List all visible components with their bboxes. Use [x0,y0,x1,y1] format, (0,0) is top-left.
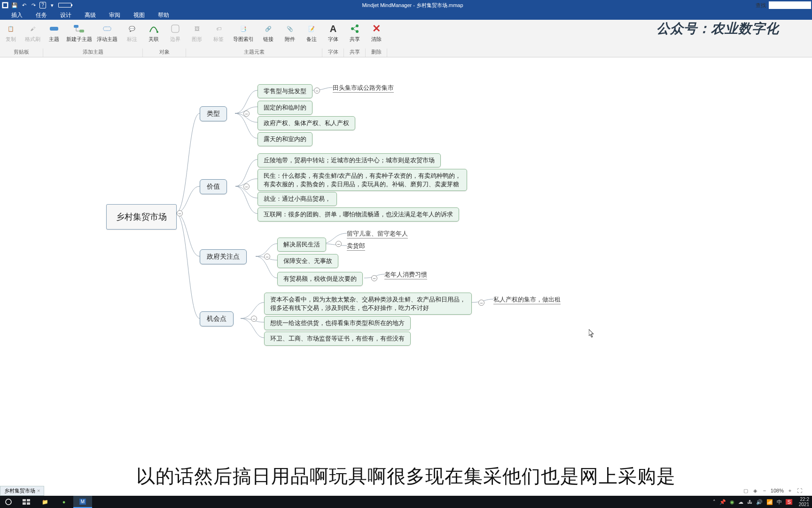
svg-point-6 [156,31,158,33]
qat-dropdown-icon[interactable]: ▾ [49,2,55,8]
share-button[interactable]: 共享 [344,22,366,43]
menu-task[interactable]: 任务 [29,10,54,20]
start-button[interactable] [0,496,17,508]
navindex-button[interactable]: 📑导图索引 [229,22,258,43]
node-value-c3[interactable]: 就业：通过小商品贸易， [258,192,337,206]
qat-undo-icon[interactable]: ↶ [21,2,27,8]
qat-help-icon[interactable]: ? [39,2,46,8]
zoom-in-icon[interactable]: + [787,487,793,494]
format-painter-button[interactable]: 🖌格式刷 [22,22,43,43]
browser-button[interactable]: ● [55,496,73,508]
font-icon: A [327,23,339,35]
graphic-button[interactable]: 🖼图形 [186,22,208,43]
qat-redo-icon[interactable]: ↷ [30,2,37,8]
menu-design[interactable]: 设计 [54,10,78,20]
ribbon-group-share: 共享 共享 [344,20,366,57]
node-gov-c3[interactable]: 有贸易额，税收倒是次要的 [277,272,363,286]
menu-advanced[interactable]: 高级 [78,10,102,20]
node-gov-c1b[interactable]: 卖货郎 [347,242,365,251]
node-gov-c3n[interactable]: 老年人消费习惯 [384,270,427,279]
expand-type[interactable]: – [243,111,250,117]
brush-icon: 🖌 [26,23,39,35]
new-subtopic-button[interactable]: 新建子主题 [65,22,93,43]
tray-nvidia-icon[interactable]: ◉ [730,499,734,505]
node-opp-c2[interactable]: 想统一给这些供货，也得看集市类型和所在的地方 [264,316,411,330]
node-opp-c1n[interactable]: 私人产权的集市，做出租 [493,295,561,304]
border-button[interactable]: 边界 [164,22,186,43]
relation-button[interactable]: 关联 [143,22,164,43]
subtopic-icon [73,23,85,35]
expand-value[interactable]: – [243,183,250,190]
node-type-c2[interactable]: 固定的和临时的 [258,101,312,115]
node-gov-c1a[interactable]: 留守儿童、留守老年人 [347,230,408,238]
tray-volume-icon[interactable]: 🔊 [756,499,763,505]
tray-onedrive-icon[interactable]: ☁ [738,499,743,505]
attach-button[interactable]: 📎附件 [279,22,301,43]
node-type-c1n[interactable]: 田头集市或公路旁集市 [333,84,394,93]
tray-pin-icon[interactable]: 📌 [719,499,726,505]
mindmap-root[interactable]: 乡村集贸市场 [106,204,177,230]
font-button[interactable]: A字体 [322,22,344,43]
note-icon: 📝 [305,23,318,35]
clear-button[interactable]: ✕清除 [366,22,387,43]
note-button[interactable]: 📝备注 [301,22,322,43]
node-value-c1[interactable]: 丘陵地带，贸易中转站；近城市的生活中心；城市则是农贸市场 [258,153,441,167]
expand-root[interactable]: – [177,210,183,216]
node-opp-c1[interactable]: 资本不会看中，因为太散太繁杂、交易种类涉及生鲜、农产品和日用品， 很多还有线下交… [264,293,472,315]
link-icon: 🔗 [262,23,274,35]
node-type-c3[interactable]: 政府产权、集体产权、私人产权 [258,116,355,130]
node-opp[interactable]: 机会点 [200,311,234,326]
node-value[interactable]: 价值 [200,179,227,194]
close-tab-icon[interactable]: × [37,488,40,493]
zoom-out-icon[interactable]: − [761,487,768,494]
cursor-icon [589,329,594,338]
mindmap-canvas[interactable]: 乡村集贸市场 – 类型 – 零售型与批发型 – 田头集市或公路旁集市 固定的和临… [0,57,812,488]
menu-view[interactable]: 视图 [127,10,151,20]
taskview-button[interactable] [17,496,36,508]
node-value-c2[interactable]: 民生：什么都卖，有卖生鲜/农产品的，有卖种子农资的，有卖鸡种鸭的， 有卖衣服的，… [258,169,467,191]
explorer-button[interactable]: 📁 [36,496,55,508]
node-type-c4[interactable]: 露天的和室内的 [258,132,312,146]
menu-insert[interactable]: 插入 [5,10,29,20]
mindmanager-taskbar-button[interactable]: M [73,496,92,508]
expand-opp[interactable]: – [251,316,257,322]
center-icon[interactable]: ◈ [752,487,758,494]
svg-point-8 [351,27,354,30]
expand-type-c1[interactable]: – [314,87,320,94]
node-type-c1[interactable]: 零售型与批发型 [258,84,312,98]
svg-point-11 [6,499,11,505]
hyperlink-button[interactable]: 🔗链接 [258,22,279,43]
document-tab[interactable]: 乡村集贸市场 × [0,486,44,496]
node-gov-c1[interactable]: 解决居民生活 [277,238,326,252]
menu-review[interactable]: 审阅 [102,10,127,20]
tray-up-icon[interactable]: ˄ [713,499,716,505]
topic-button[interactable]: 主题 [43,22,65,43]
taskbar-clock[interactable]: 22:2 2021 [796,497,812,507]
tray-ime-icon[interactable]: 中 [777,499,782,506]
fit-icon[interactable]: ▢ [742,487,749,494]
floating-topic-button[interactable]: 浮动主题 [93,22,121,43]
node-opp-c3[interactable]: 环卫、工商、市场监督等证书，有些有，有些没有 [264,332,411,346]
menu-help[interactable]: 帮助 [151,10,176,20]
expand-gov-c3[interactable]: – [371,275,377,281]
expand-gov[interactable]: – [264,254,270,260]
doc-tab-label: 乡村集贸市场 [4,487,35,494]
qat-save-icon[interactable]: 💾 [11,2,18,8]
search-input[interactable] [769,1,811,9]
node-gov[interactable]: 政府关注点 [200,249,247,264]
node-gov-c2[interactable]: 保障安全、无事故 [277,254,338,268]
ribbon-group-clipboard: 📋复制 🖌格式刷 剪贴板 [0,20,43,57]
tray-sogou-icon[interactable]: S [786,499,792,505]
marker-button[interactable]: 💬标注 [121,22,143,43]
tag-button[interactable]: 🏷标签 [208,22,229,43]
node-type[interactable]: 类型 [200,106,227,121]
tray-wifi-icon[interactable]: 📶 [766,499,773,505]
expand-opp-c1[interactable]: – [478,300,484,306]
fullscreen-icon[interactable]: ⛶ [796,487,803,494]
document-tab-strip: 乡村集贸市场 × ▢ ◈ − 108% + ⛶ [0,485,812,496]
copy-button[interactable]: 📋复制 [0,22,22,43]
node-value-c4[interactable]: 互联网：很多的团购、拼单，哪怕物流畅通，也没法满足老年人的诉求 [258,207,459,222]
expand-gov-c1[interactable]: – [336,241,342,247]
tray-network-icon[interactable]: 🖧 [747,499,752,505]
svg-point-10 [356,30,359,33]
